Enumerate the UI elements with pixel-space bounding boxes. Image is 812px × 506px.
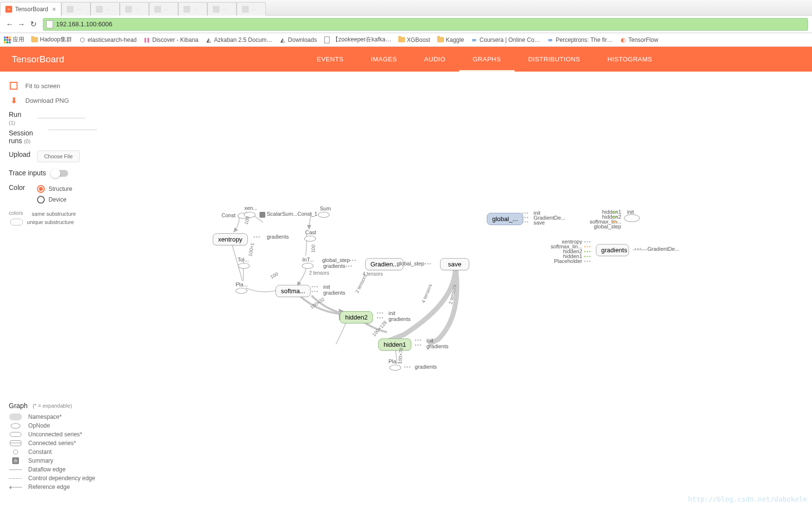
radio-icon xyxy=(37,196,45,204)
bookmark-item[interactable]: ⬡elasticsearch-head xyxy=(79,37,137,43)
namespace-icon xyxy=(9,413,22,420)
edge-label: 100×32 xyxy=(309,296,326,310)
bookmark-item[interactable]: ◭Azkaban 2.5 Docum… xyxy=(205,37,273,43)
bookmark-item[interactable]: ◐TensorFlow xyxy=(620,37,658,43)
choose-file-button[interactable]: Choose File xyxy=(37,150,80,162)
legend-title: Graph xyxy=(9,402,28,410)
nav-images[interactable]: IMAGES xyxy=(357,47,411,72)
legend-label: Dataflow edge xyxy=(28,466,66,473)
tab-other-1[interactable]: ··· xyxy=(61,2,91,16)
node-label: xen... xyxy=(244,205,258,211)
bookmark-item[interactable]: ∞Perceptrons: The fir… xyxy=(547,37,613,43)
browser-toolbar: ← → ↻ 192.168.1.100:6006 xyxy=(0,16,812,33)
session-select[interactable] xyxy=(48,123,97,130)
run-label: Run(1) xyxy=(9,111,35,126)
tab-other-5[interactable]: ··· xyxy=(178,2,207,16)
summary-icon xyxy=(259,212,265,218)
app-header: TensorBoard EVENTS IMAGES AUDIO GRAPHS D… xyxy=(0,47,812,72)
nav-histograms[interactable]: HISTOGRAMS xyxy=(594,47,666,72)
apps-label: 应用 xyxy=(13,36,24,44)
close-icon[interactable]: × xyxy=(52,5,56,13)
bookmark-item[interactable]: Hadoop集群 xyxy=(31,36,72,44)
bookmark-item[interactable]: ◭Downloads xyxy=(279,37,317,43)
node-save[interactable]: save xyxy=(440,258,469,270)
graph-legend: Graph (* = expandable) Namespace* OpNode… xyxy=(9,402,95,491)
tab-other-3[interactable]: ··· xyxy=(120,2,149,16)
nav-graphs[interactable]: GRAPHS xyxy=(459,47,515,72)
node-hidden1[interactable]: hidden1 xyxy=(378,338,411,351)
bookmark-item[interactable]: Kaggle xyxy=(437,37,464,43)
node-label: Cast xyxy=(305,229,316,235)
graph-canvas[interactable]: Const xen... ScalarSum...Const_1 Sum xen… xyxy=(117,72,812,506)
watermark: http://blog.csdn.net/dabokele xyxy=(688,495,807,503)
node-label: gradients xyxy=(267,234,289,240)
main-content: Fit to screen ⬇ Download PNG Run(1) Sess… xyxy=(0,72,812,506)
bookmark-item[interactable]: XGBoost xyxy=(398,37,430,43)
tab-other-4[interactable]: ··· xyxy=(149,2,178,16)
forward-button[interactable]: → xyxy=(16,20,27,29)
edge-label: 100×1 xyxy=(247,243,255,257)
series-dots xyxy=(254,236,260,238)
fit-to-screen[interactable]: Fit to screen xyxy=(9,78,108,93)
summary-icon: ılı xyxy=(12,457,19,464)
trace-toggle[interactable] xyxy=(52,170,68,177)
tab-other-2[interactable]: ··· xyxy=(91,2,120,16)
node-label: global_step xyxy=(397,261,424,266)
kibana-icon: ⫿⫿ xyxy=(144,37,150,43)
series-dots xyxy=(584,241,591,243)
node-gradients[interactable]: gradients xyxy=(596,244,629,256)
upload-label: Upload xyxy=(9,150,35,158)
node-global[interactable]: global_... xyxy=(487,213,523,225)
node-label: gradients xyxy=(323,290,345,296)
series-dots xyxy=(611,211,618,213)
op-node[interactable] xyxy=(304,236,316,242)
op-node[interactable] xyxy=(624,214,640,222)
tab-other-7[interactable]: ··· xyxy=(237,2,266,16)
legend-label: Summary xyxy=(28,457,53,464)
tab-tensorboard[interactable]: ~ TensorBoard × xyxy=(0,2,61,16)
op-node[interactable] xyxy=(389,365,401,371)
edge-label: 100 xyxy=(269,271,279,280)
op-node[interactable] xyxy=(238,263,250,269)
op-node[interactable] xyxy=(302,263,314,269)
node-xentropy[interactable]: xentropy xyxy=(213,233,248,245)
node-label: gradients xyxy=(415,364,437,370)
series-dots xyxy=(312,286,318,287)
fit-icon xyxy=(10,82,18,90)
series-dots xyxy=(584,256,591,257)
op-node[interactable] xyxy=(318,212,330,218)
favicon xyxy=(154,6,161,13)
nav-events[interactable]: EVENTS xyxy=(303,47,357,72)
favicon xyxy=(125,6,132,13)
bookmark-item[interactable]: ∞Coursera | Online Co… xyxy=(471,37,540,43)
download-png[interactable]: ⬇ Download PNG xyxy=(9,93,108,108)
legend-note: (* = expandable) xyxy=(33,402,72,410)
nav-distributions[interactable]: DISTRIBUTIONS xyxy=(515,47,594,72)
url-bar[interactable]: 192.168.1.100:6006 xyxy=(43,18,808,31)
nav-audio[interactable]: AUDIO xyxy=(410,47,459,72)
series-dots xyxy=(350,260,356,261)
apps-button[interactable]: 应用 xyxy=(4,36,24,44)
node-label: InT... xyxy=(302,257,314,262)
node-label: save xyxy=(534,220,545,225)
node-softmax[interactable]: softma... xyxy=(276,285,311,297)
series-dots xyxy=(377,317,383,319)
bookmark-item[interactable]: 【zookeeper在kafka… xyxy=(324,36,391,44)
run-select[interactable] xyxy=(37,111,86,118)
series-dots xyxy=(584,246,591,247)
tab-other-6[interactable]: ··· xyxy=(207,2,237,16)
node-hidden2[interactable]: hidden2 xyxy=(340,311,373,323)
bookmark-item[interactable]: ⫿⫿Discover - Kibana xyxy=(144,37,199,43)
series-dots xyxy=(635,248,641,249)
color-device[interactable]: Device xyxy=(37,194,73,205)
reload-button[interactable]: ↻ xyxy=(27,19,39,29)
color-structure[interactable]: Structure xyxy=(37,184,73,194)
node-label: init xyxy=(426,337,433,343)
back-button[interactable]: ← xyxy=(4,20,16,29)
op-node[interactable] xyxy=(236,288,247,294)
legend-label: Control dependency edge xyxy=(28,475,95,482)
favicon xyxy=(96,6,103,13)
node-label: gradients xyxy=(323,263,345,269)
node-label: global_step xyxy=(322,257,350,263)
series-dots xyxy=(404,366,410,368)
